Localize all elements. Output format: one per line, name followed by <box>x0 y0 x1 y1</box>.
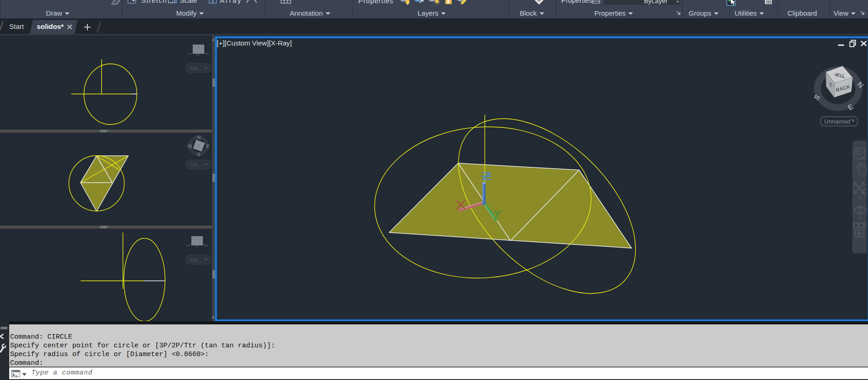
svg-text:[+][Custom View][X-Ray]: [+][Custom View][X-Ray] <box>217 39 292 47</box>
svg-text:Un...: Un... <box>190 256 202 263</box>
svg-text:N: N <box>197 135 201 140</box>
svg-text:S: S <box>197 152 201 157</box>
svg-text:Scale: Scale <box>180 0 197 4</box>
svg-text:2D: 2D <box>862 156 867 160</box>
svg-text:Unnamed: Unnamed <box>824 118 850 125</box>
svg-text:Un...: Un... <box>190 65 202 72</box>
svg-text:E: E <box>207 143 210 149</box>
svg-text:Un...: Un... <box>190 161 202 168</box>
svg-text:Properties: Properties <box>358 0 393 5</box>
svg-text:W: W <box>188 143 193 149</box>
svg-text:Array: Array <box>220 0 242 4</box>
svg-text:ByLayer: ByLayer <box>644 0 668 5</box>
svg-text:Properties: Properties <box>561 0 592 4</box>
svg-text:Stretch: Stretch <box>141 0 167 4</box>
